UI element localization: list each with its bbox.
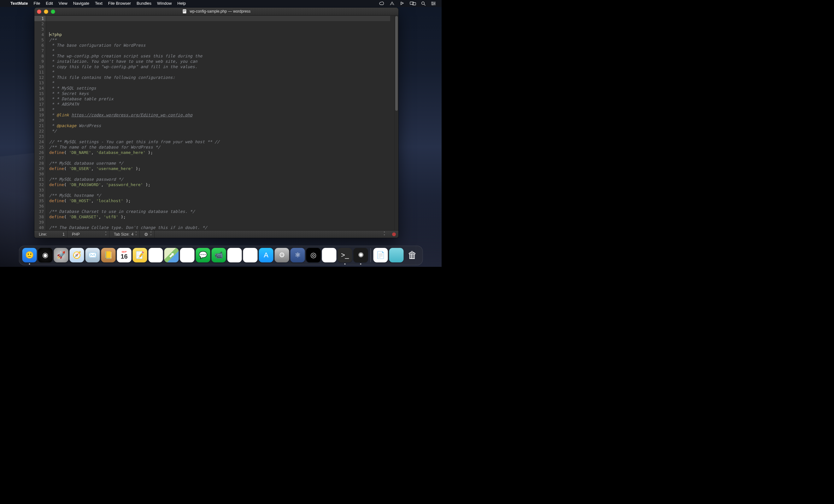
dock-reminders[interactable]: ☑︎ [149,248,163,262]
line-number[interactable]: 5 [35,37,44,43]
menu-text[interactable]: Text [92,1,105,6]
language-selector[interactable]: PHP ˄˅ [69,231,109,238]
menu-file[interactable]: File [30,1,43,6]
code-line[interactable] [49,187,394,193]
dock-downloads[interactable] [389,248,404,262]
code-line[interactable] [49,134,394,139]
window-titlebar[interactable]: wp-config-sample.php — wordpress [35,7,398,16]
line-number[interactable]: 12 [35,75,44,80]
line-number[interactable]: 35 [35,198,44,203]
line-number[interactable]: 28 [35,160,44,166]
displays-icon[interactable] [407,1,419,6]
code-view[interactable]: <?php/** * The base configuration for Wo… [46,16,394,230]
dock-terminal[interactable]: >_ [338,248,352,262]
dock-notes[interactable]: 📝 [133,248,147,262]
code-line[interactable]: /** MySQL hostname */ [49,193,394,198]
code-line[interactable]: * This file contains the following confi… [49,75,394,80]
dock-assist[interactable]: ✶ [322,248,336,262]
symbol-selector[interactable]: ˄˅ [381,231,388,238]
line-number[interactable]: 31 [35,177,44,182]
code-line[interactable]: /** The Database Collate type. Don't cha… [49,225,394,230]
line-number[interactable]: 11 [35,69,44,75]
code-line[interactable]: define( 'DB_PASSWORD', 'password_here' )… [49,182,394,187]
vertical-scrollbar[interactable] [394,16,398,230]
code-line[interactable]: * [49,48,394,53]
line-number[interactable]: 9 [35,59,44,64]
code-line[interactable]: /** MySQL database password */ [49,177,394,182]
code-line[interactable] [49,155,394,160]
code-line[interactable]: define( 'DB_NAME', 'database_name_here' … [49,150,394,155]
code-line[interactable] [49,203,394,209]
dock-finder[interactable]: 🙂 [22,248,37,262]
close-button[interactable] [37,9,41,14]
menu-file-browser[interactable]: File Browser [105,1,134,6]
code-line[interactable] [49,171,394,177]
bundle-menu[interactable]: ⚙︎ ˄˅ [141,231,155,238]
line-number[interactable]: 38 [35,214,44,220]
line-number[interactable]: 24 [35,139,44,145]
code-line[interactable]: // ** MySQL settings - You can get this … [49,139,394,145]
code-line[interactable]: */ [49,128,394,134]
dock-appstore[interactable]: A [259,248,273,262]
code-line[interactable]: * * MySQL settings [49,86,394,91]
line-number[interactable]: 20 [35,118,44,123]
line-number[interactable]: 40 [35,225,44,230]
line-number[interactable]: 30 [35,171,44,177]
menu-window[interactable]: Window [154,1,174,6]
dock-mail[interactable]: ✉️ [86,248,100,262]
line-number[interactable]: 4 [35,32,44,37]
tab-size-selector[interactable]: Tab Size: 4 ˄˅ [111,231,140,238]
macro-record-button[interactable] [392,233,396,236]
code-line[interactable]: * The wp-config.php creation script uses… [49,53,394,59]
code-line[interactable] [49,220,394,225]
line-number[interactable]: 36 [35,203,44,209]
line-number[interactable]: 8 [35,53,44,59]
line-number[interactable]: 19 [35,112,44,118]
line-number[interactable]: 7 [35,48,44,53]
menu-help[interactable]: Help [174,1,189,6]
code-line[interactable]: * copy this file to "wp-config.php" and … [49,64,394,69]
line-number[interactable]: 15 [35,91,44,96]
control-center-icon[interactable] [429,1,438,6]
code-line[interactable]: /** [49,37,394,43]
code-line[interactable]: * installation. You don't have to use th… [49,59,394,64]
dock-launchpad[interactable]: 🚀 [54,248,68,262]
dock-document[interactable]: 📄 [373,248,388,262]
code-line[interactable]: <?php [49,32,394,37]
dock-textmate[interactable]: ✺ [354,248,368,262]
spotlight-icon[interactable] [419,1,429,6]
line-number[interactable]: 29 [35,166,44,171]
zoom-button[interactable] [51,9,55,14]
code-line[interactable]: * [49,107,394,112]
line-number[interactable]: 22 [35,128,44,134]
code-line[interactable]: * @package WordPress [49,123,394,128]
app-menu[interactable]: TextMate [7,0,30,7]
menu-view[interactable]: View [56,1,70,6]
dock-app20[interactable]: ◎ [306,248,321,262]
line-number[interactable]: 1 [35,16,46,21]
dock-maps[interactable]: ⬈ [164,248,179,262]
dock-siri[interactable]: ◉ [38,248,53,262]
dock-messages[interactable]: 💬 [196,248,211,262]
line-number[interactable]: 17 [35,102,44,107]
line-number[interactable]: 26 [35,150,44,155]
code-line[interactable]: * [49,80,394,86]
dock-syspref[interactable]: ⚙︎ [275,248,289,262]
dock-safari[interactable]: 🧭 [70,248,84,262]
line-number[interactable]: 34 [35,193,44,198]
line-number[interactable]: 23 [35,134,44,139]
line-number[interactable]: 37 [35,209,44,214]
dock-facetime[interactable]: 📹 [212,248,226,262]
menu-edit[interactable]: Edit [43,1,56,6]
line-number[interactable]: 13 [35,80,44,86]
scrollbar-thumb[interactable] [395,16,398,111]
code-line[interactable]: * [49,69,394,75]
line-number[interactable]: 2 [35,21,44,26]
line-number[interactable]: 6 [35,43,44,48]
dock-photos[interactable]: ❀ [180,248,195,262]
status-icon-3[interactable] [397,1,407,6]
code-line[interactable]: /** Database Charset to use in creating … [49,209,394,214]
line-number[interactable]: 16 [35,96,44,102]
code-line[interactable]: * * Database table prefix [49,96,394,102]
code-line[interactable]: * The base configuration for WordPress [49,43,394,48]
